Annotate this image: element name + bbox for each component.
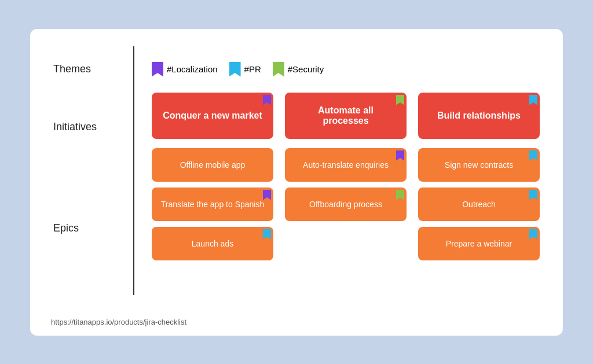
pr-theme-tag[interactable]: #PR [229,62,261,77]
pr-bookmark-icon [229,62,241,77]
epic-3-3-badge [529,229,537,240]
column-1: Conquer a new market Offline mobile app … [152,93,273,295]
epic-3-1-text: Sign new contracts [445,160,513,170]
epic-2-2-badge [396,190,404,200]
security-theme-tag[interactable]: #Security [273,62,324,77]
initiative-1-text: Conquer a new market [163,111,262,121]
themes-row: #Localization #PR #Security [152,46,540,93]
epic-2-2-text: Offboarding process [309,200,382,209]
epic-1-1-text: Offline mobile app [180,160,246,170]
localization-bookmark-icon [152,62,163,77]
url-label: https://titanapps.io/products/jira-check… [51,318,186,326]
epic-card-2-1[interactable]: Auto-translate enquiries [285,148,407,182]
epic-1-2-text: Translate the app to Spanish [161,200,265,209]
themes-label: Themes [53,46,122,93]
epics-label: Epics [53,162,122,295]
initiative-2-text: Automate all processes [294,105,397,126]
security-label: #Security [288,64,324,74]
epic-1-3-badge [263,229,271,240]
epic-3-3-text: Prepare a webinar [446,239,512,248]
column-3: Build relationships Sign new contracts O… [418,93,540,295]
grid-area: #Localization #PR #Security Conquer a ne… [134,46,540,295]
security-bookmark-icon [273,62,284,77]
epic-card-3-3[interactable]: Prepare a webinar [418,227,540,260]
epic-card-3-2[interactable]: Outreach [418,187,540,221]
epic-3-2-text: Outreach [462,200,496,209]
epic-card-2-2[interactable]: Offboarding process [285,187,407,221]
epic-card-1-1[interactable]: Offline mobile app [152,148,273,182]
initiative-2-badge [396,95,404,105]
localization-theme-tag[interactable]: #Localization [152,62,218,77]
row-labels: Themes Initiatives Epics [53,46,134,295]
initiative-card-2[interactable]: Automate all processes [285,93,407,139]
initiative-card-1[interactable]: Conquer a new market [152,93,273,139]
initiative-card-3[interactable]: Build relationships [418,93,540,139]
epic-1-3-text: Launch ads [192,239,233,248]
epic-3-2-badge [529,190,537,200]
initiative-3-badge [529,95,537,105]
pr-label: #PR [244,64,261,74]
epic-2-1-badge [396,150,404,161]
epic-card-3-1[interactable]: Sign new contracts [418,148,540,182]
column-2: Automate all processes Auto-translate en… [285,93,407,295]
epic-card-1-3[interactable]: Launch ads [152,227,273,260]
columns-area: Conquer a new market Offline mobile app … [152,93,540,295]
epic-3-1-badge [529,150,537,161]
epic-1-2-badge [263,190,271,200]
epic-2-1-text: Auto-translate enquiries [303,160,389,170]
main-card: Themes Initiatives Epics #Localization #… [30,29,563,336]
initiatives-label: Initiatives [53,93,122,162]
content-area: Themes Initiatives Epics #Localization #… [53,46,540,295]
localization-label: #Localization [167,64,218,74]
initiative-3-text: Build relationships [437,111,521,121]
epic-card-1-2[interactable]: Translate the app to Spanish [152,187,273,221]
initiative-1-badge [263,95,271,105]
